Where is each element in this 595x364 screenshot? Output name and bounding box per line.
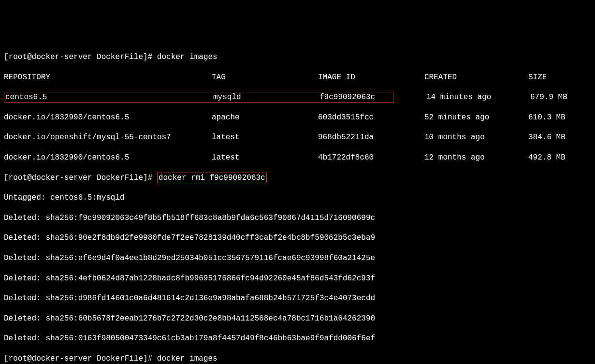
cell-tag: latest xyxy=(212,132,318,143)
command-text: docker images xyxy=(157,53,218,61)
output-line: Deleted: sha256:f9c99092063c49f8b5fb518f… xyxy=(4,213,591,223)
cell-size: 492.8 MB xyxy=(528,153,566,163)
prompt-line[interactable]: [root@docker-server DockerFile]# docker … xyxy=(4,354,591,364)
table-row: centos6.5mysqldf9c99092063c14 minutes ag… xyxy=(4,92,591,102)
cell-id: 968db52211da xyxy=(318,132,424,143)
cell-repo: docker.io/1832990/centos6.5 xyxy=(4,113,212,123)
cell-size: 679.9 MB xyxy=(530,92,567,102)
output-line: Deleted: sha256:60b5678f2eeab1276b7c2722… xyxy=(4,314,591,324)
cell-created: 12 months ago xyxy=(424,153,528,163)
table-row: docker.io/1832990/centos6.5latest4b1722d… xyxy=(4,153,591,163)
highlight-box: docker rmi f9c99092063c xyxy=(157,173,267,184)
cell-tag: mysqld xyxy=(213,92,319,102)
output-line: Deleted: sha256:90e2f8db9d2fe9980fde7f2e… xyxy=(4,233,591,243)
output-line: Deleted: sha256:0163f980500473349c61cb3a… xyxy=(4,334,591,344)
prompt: [root@docker-server DockerFile]# xyxy=(4,53,157,61)
output-line: Deleted: sha256:4efb0624d87ab1228badc8fb… xyxy=(4,274,591,284)
cell-id: f9c99092063c xyxy=(319,92,392,102)
output-line: Deleted: sha256:d986fd14601c0a6d481614c2… xyxy=(4,293,591,304)
prompt-line[interactable]: [root@docker-server DockerFile]# docker … xyxy=(4,52,591,62)
command-text: docker images xyxy=(157,354,218,363)
cell-id: 4b1722df8c60 xyxy=(318,153,424,163)
table-row: docker.io/1832990/centos6.5apache603dd35… xyxy=(4,113,591,123)
highlight-box: centos6.5mysqldf9c99092063c xyxy=(4,92,393,103)
terminal-output: [root@docker-server DockerFile]# docker … xyxy=(4,42,591,364)
cell-size: 610.3 MB xyxy=(528,113,566,123)
table-header: REPOSITORYTAGIMAGE IDCREATEDSIZE xyxy=(4,73,591,83)
cell-repo: centos6.5 xyxy=(5,92,213,102)
cell-repo: docker.io/1832990/centos6.5 xyxy=(4,153,212,163)
cell-created: 10 months ago xyxy=(424,132,528,143)
cell-size: 384.6 MB xyxy=(528,132,566,143)
cell-created: 52 minutes ago xyxy=(424,113,528,123)
cell-created: 14 minutes ago xyxy=(426,92,530,102)
prompt: [root@docker-server DockerFile]# xyxy=(4,174,157,182)
cell-id: 603dd3515fcc xyxy=(318,113,424,123)
hdr-created: CREATED xyxy=(424,73,528,83)
table-row: docker.io/openshift/mysql-55-centos7late… xyxy=(4,132,591,143)
output-line: Untagged: centos6.5:mysqld xyxy=(4,193,591,203)
cell-tag: latest xyxy=(212,153,318,163)
hdr-id: IMAGE ID xyxy=(318,73,424,83)
output-line: Deleted: sha256:ef6e9d4f0a4ee1b8d29ed250… xyxy=(4,253,591,263)
cell-tag: apache xyxy=(212,113,318,123)
command-text: docker rmi f9c99092063c xyxy=(159,174,265,182)
prompt: [root@docker-server DockerFile]# xyxy=(4,354,157,363)
hdr-repo: REPOSITORY xyxy=(4,73,212,83)
prompt-line[interactable]: [root@docker-server DockerFile]# docker … xyxy=(4,173,591,183)
hdr-tag: TAG xyxy=(212,73,318,83)
hdr-size: SIZE xyxy=(528,73,547,83)
cell-repo: docker.io/openshift/mysql-55-centos7 xyxy=(4,132,212,143)
